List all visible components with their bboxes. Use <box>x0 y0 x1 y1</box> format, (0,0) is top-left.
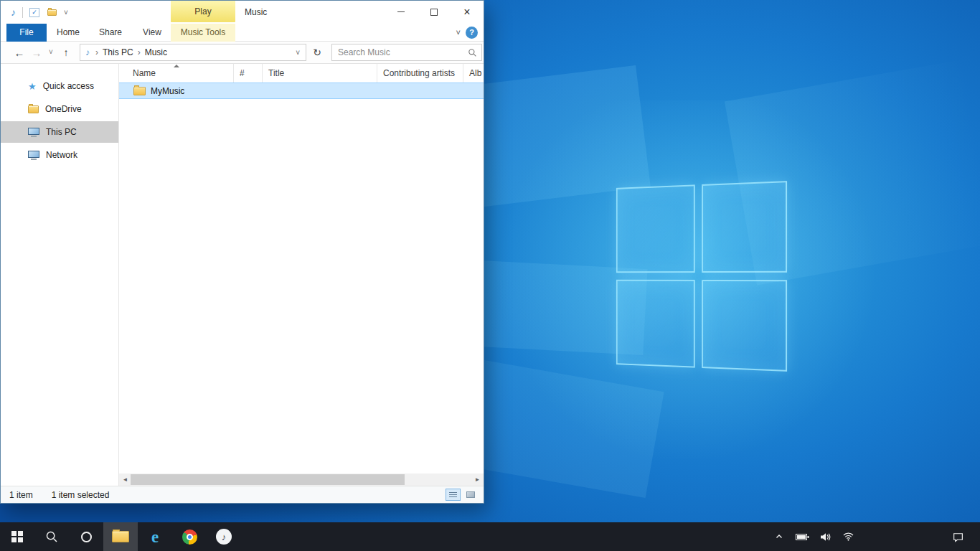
ribbon-tab-row: File Home Share View Music Tools ˅ ? <box>1 24 484 42</box>
close-button[interactable]: × <box>451 1 484 23</box>
column-headers: Name # Title Contributing artists Alb <box>119 64 484 83</box>
app-music-icon[interactable]: ♪ <box>11 7 16 17</box>
minimize-icon <box>397 11 405 12</box>
tab-view[interactable]: View <box>133 24 171 42</box>
tab-music-tools[interactable]: Music Tools <box>171 24 235 42</box>
music-app-icon: ♪ <box>216 529 232 545</box>
minimize-button[interactable] <box>385 1 418 23</box>
network-wifi-icon[interactable] <box>841 527 855 547</box>
list-item-label: MyMusic <box>151 86 184 96</box>
search-input[interactable] <box>332 47 468 57</box>
close-icon: × <box>463 6 470 18</box>
forward-button[interactable]: → <box>28 47 45 58</box>
address-dropdown-chevron-icon[interactable]: ˅ <box>293 49 302 57</box>
view-toggles <box>446 489 478 501</box>
qat-new-folder-icon[interactable] <box>47 9 57 16</box>
windows-logo-pane <box>616 280 695 368</box>
action-center-icon <box>952 531 964 543</box>
refresh-button[interactable]: ↻ <box>309 47 325 58</box>
sidebar-item-onedrive[interactable]: OneDrive <box>1 98 118 120</box>
sidebar-item-this-pc[interactable]: This PC <box>1 121 118 143</box>
tab-home[interactable]: Home <box>48 24 88 42</box>
details-view-button[interactable] <box>446 489 461 501</box>
thumbnails-view-button[interactable] <box>463 489 478 501</box>
folder-icon <box>28 105 39 113</box>
file-list-area: Name # Title Contributing artists Alb My… <box>119 64 484 486</box>
network-icon <box>28 151 39 160</box>
taskbar-file-explorer-button[interactable] <box>103 522 138 551</box>
sidebar-item-label: Quick access <box>43 81 94 91</box>
breadcrumb-this-pc[interactable]: This PC <box>103 47 133 57</box>
address-music-icon: ♪ <box>85 47 90 57</box>
horizontal-scrollbar[interactable]: ◄ ► <box>119 474 484 486</box>
help-button[interactable]: ? <box>466 27 478 39</box>
breadcrumb-music[interactable]: Music <box>145 47 167 57</box>
tab-file[interactable]: File <box>6 24 47 42</box>
status-item-count: 1 item <box>9 490 33 500</box>
qat-divider <box>22 7 23 18</box>
star-icon: ★ <box>28 82 37 91</box>
details-view-icon <box>449 492 457 497</box>
column-header-number[interactable]: # <box>234 64 263 83</box>
search-box[interactable] <box>331 44 482 61</box>
status-selection-count: 1 item selected <box>52 490 110 500</box>
breadcrumb-separator-icon: › <box>91 47 103 57</box>
internet-explorer-icon: e <box>151 529 159 545</box>
sidebar-item-label: Network <box>46 150 77 160</box>
windows-logo-pane <box>702 280 787 372</box>
column-header-title[interactable]: Title <box>263 64 377 83</box>
navigation-bar: ← → ˅ ↑ ♪ › This PC › Music ˅ ↻ <box>1 42 484 64</box>
sidebar-item-quick-access[interactable]: ★ Quick access <box>1 75 118 97</box>
sort-ascending-icon <box>174 65 179 67</box>
sidebar-item-label: OneDrive <box>45 104 82 114</box>
search-icon <box>45 530 58 543</box>
system-tray <box>772 522 941 551</box>
explorer-window: ♪ ✓ ˅ Play Music × File Home Share View … <box>0 0 484 504</box>
cortana-button[interactable] <box>69 522 103 551</box>
qat-properties-icon[interactable]: ✓ <box>29 8 39 17</box>
qat-customize-chevron-icon[interactable]: ˅ <box>64 9 68 17</box>
taskbar-music-app-button[interactable]: ♪ <box>207 522 241 551</box>
music-note-icon: ♪ <box>222 532 227 542</box>
action-center-button[interactable] <box>941 522 974 551</box>
scrollbar-thumb[interactable] <box>131 474 405 485</box>
recent-locations-chevron-icon[interactable]: ˅ <box>45 49 57 56</box>
breadcrumb-separator-icon: › <box>133 47 145 57</box>
navigation-pane: ★ Quick access OneDrive This PC Network <box>1 64 119 486</box>
window-body: ★ Quick access OneDrive This PC Network … <box>1 64 484 486</box>
file-explorer-icon <box>112 531 129 542</box>
column-header-album[interactable]: Alb <box>463 64 484 83</box>
cortana-icon <box>81 532 92 542</box>
maximize-icon <box>430 9 438 16</box>
titlebar[interactable]: ♪ ✓ ˅ Play Music × <box>1 1 484 24</box>
sidebar-item-label: This PC <box>46 127 77 137</box>
window-title: Music <box>245 1 267 24</box>
status-bar: 1 item 1 item selected <box>1 486 484 503</box>
column-header-contributing-artists[interactable]: Contributing artists <box>377 64 463 83</box>
up-button[interactable]: ↑ <box>57 47 75 57</box>
start-button[interactable] <box>0 522 34 551</box>
taskbar-chrome-button[interactable] <box>172 522 207 551</box>
file-list[interactable]: MyMusic <box>119 83 484 474</box>
expand-ribbon-chevron-icon[interactable]: ˅ <box>456 24 461 41</box>
hidden-icons-chevron-icon[interactable] <box>772 527 786 547</box>
search-icon <box>468 48 477 57</box>
maximize-button[interactable] <box>418 1 451 23</box>
list-item-mymusic[interactable]: MyMusic <box>119 83 484 99</box>
sidebar-item-network[interactable]: Network <box>1 144 118 166</box>
address-bar[interactable]: ♪ › This PC › Music ˅ <box>80 44 306 61</box>
taskbar-internet-explorer-button[interactable]: e <box>138 522 172 551</box>
volume-icon[interactable] <box>818 527 832 547</box>
thumbnails-view-icon <box>466 491 475 498</box>
scroll-right-icon[interactable]: ► <box>471 474 484 486</box>
computer-icon <box>28 128 39 137</box>
contextual-tab-play[interactable]: Play <box>171 1 235 22</box>
chrome-icon <box>182 529 197 545</box>
taskbar-search-button[interactable] <box>34 522 69 551</box>
back-button[interactable]: ← <box>11 47 28 58</box>
scroll-left-icon[interactable]: ◄ <box>119 474 131 486</box>
taskbar: e ♪ <box>0 522 980 551</box>
battery-icon[interactable] <box>795 527 809 547</box>
tab-share[interactable]: Share <box>90 24 131 42</box>
wallpaper-windows-logo <box>616 181 787 372</box>
